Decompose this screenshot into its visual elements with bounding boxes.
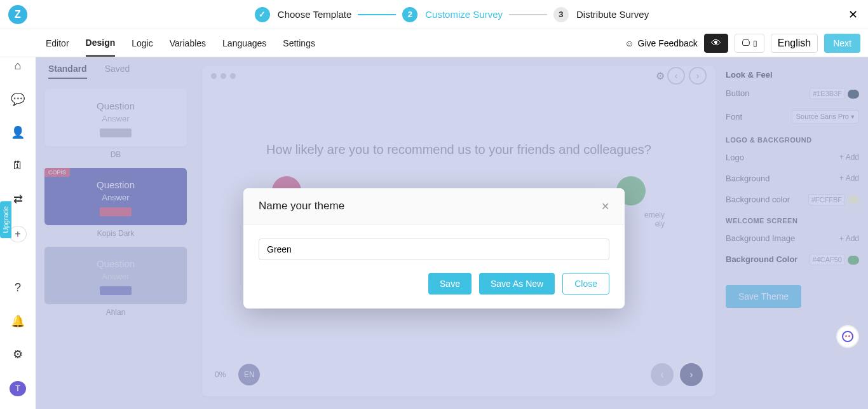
give-feedback-link[interactable]: ☺ Give Feedback	[625, 38, 697, 48]
app-logo[interactable]: Z	[0, 0, 36, 29]
mobile-icon: ▯	[753, 39, 757, 48]
add-button[interactable]: +	[9, 226, 27, 242]
nav-help[interactable]: ?	[10, 281, 25, 295]
step-connector	[358, 14, 396, 15]
desktop-icon: 🖵	[742, 38, 750, 48]
nav-conversations[interactable]: 💬	[10, 92, 25, 107]
help-chat-button[interactable]	[836, 325, 859, 348]
step-number: 2	[402, 7, 417, 22]
nav-settings[interactable]: ⚙	[10, 347, 25, 362]
step-label: Customize Survey	[425, 9, 503, 20]
step-label: Choose Template	[278, 9, 351, 20]
modal-close-action-button[interactable]: Close	[562, 273, 609, 295]
step-label: Distribute Survey	[576, 9, 649, 20]
step-distribute-survey[interactable]: 3 Distribute Survey	[553, 7, 649, 22]
tab-editor[interactable]: Editor	[46, 31, 69, 56]
next-button[interactable]: Next	[824, 34, 860, 53]
feedback-label: Give Feedback	[638, 38, 698, 48]
chat-icon: ☺	[625, 38, 634, 48]
user-avatar[interactable]: T	[10, 381, 26, 396]
nav-contacts[interactable]: 👤	[10, 125, 25, 140]
modal-save-as-new-button[interactable]: Save As New	[479, 273, 555, 295]
language-label: English	[778, 38, 811, 49]
tab-settings[interactable]: Settings	[283, 31, 315, 56]
close-icon: ✕	[848, 8, 858, 22]
name-theme-modal: Name your theme ✕ Save Save As New Close	[243, 188, 625, 308]
eye-icon: 👁	[711, 38, 721, 49]
chat-bot-icon	[842, 331, 853, 342]
close-icon: ✕	[601, 201, 609, 212]
nav-home[interactable]: ⌂	[10, 59, 25, 73]
nav-notifications[interactable]: 🔔	[10, 314, 25, 329]
device-toggle[interactable]: 🖵 ▯	[735, 34, 764, 53]
nav-workflows[interactable]: ⇄	[10, 192, 25, 207]
modal-save-button[interactable]: Save	[428, 273, 471, 295]
close-wizard-button[interactable]: ✕	[845, 7, 860, 22]
nav-tasks[interactable]: 🗓	[10, 159, 25, 174]
check-icon: ✓	[255, 7, 270, 22]
tab-logic[interactable]: Logic	[132, 31, 153, 56]
wizard-steps: ✓ Choose Template 2 Customize Survey 3 D…	[36, 7, 868, 22]
theme-name-input[interactable]	[259, 239, 609, 260]
upgrade-button[interactable]: Upgrade	[0, 201, 11, 238]
step-choose-template[interactable]: ✓ Choose Template	[255, 7, 351, 22]
step-number: 3	[553, 7, 569, 22]
tab-design[interactable]: Design	[86, 30, 116, 57]
language-selector[interactable]: English	[771, 34, 818, 53]
logo-mark: Z	[8, 5, 27, 24]
step-customize-survey[interactable]: 2 Customize Survey	[402, 7, 503, 22]
preview-button[interactable]: 👁	[704, 34, 728, 53]
tab-variables[interactable]: Variables	[170, 31, 206, 56]
modal-title: Name your theme	[259, 200, 344, 212]
tab-languages[interactable]: Languages	[222, 31, 266, 56]
modal-close-button[interactable]: ✕	[601, 200, 609, 212]
step-connector	[509, 14, 547, 15]
